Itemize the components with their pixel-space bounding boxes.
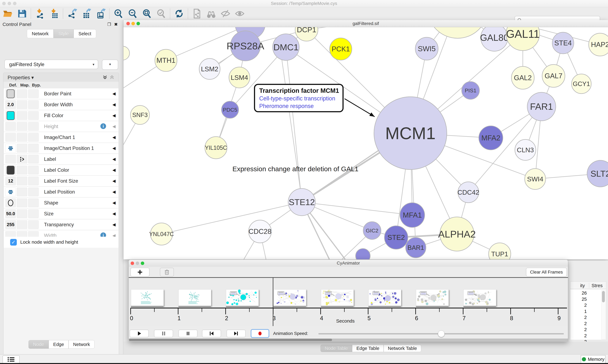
mapping-cell[interactable]	[17, 220, 27, 229]
table-scrollbar-thumb[interactable]	[602, 291, 605, 302]
default-value-cell[interactable]: 2.0	[5, 100, 16, 109]
import-network-icon[interactable]	[34, 8, 45, 19]
default-value-cell[interactable]	[5, 188, 16, 196]
export-image-icon[interactable]	[95, 8, 106, 19]
maximize-window-icon[interactable]	[137, 22, 140, 25]
lock-size-checkbox[interactable]: ✓	[10, 239, 17, 246]
default-value-cell[interactable]	[5, 144, 16, 153]
mapping-cell[interactable]	[17, 177, 27, 185]
tab-network[interactable]: Network	[27, 29, 54, 38]
default-value-cell[interactable]	[5, 89, 16, 98]
bypass-cell[interactable]	[28, 133, 39, 142]
expand-property-icon[interactable]: ◀	[112, 179, 116, 183]
table-row[interactable]: 2	[571, 315, 587, 320]
property-row-fill-color[interactable]: Fill Color◀	[4, 110, 118, 121]
bypass-cell[interactable]	[28, 144, 39, 153]
annotation-box[interactable]: Transcription factor MCM1 Cell-type-spec…	[254, 84, 344, 112]
bypass-cell[interactable]	[28, 198, 39, 207]
delete-frame-button[interactable]	[160, 268, 174, 277]
expand-property-icon[interactable]: ◀	[112, 157, 116, 162]
record-button[interactable]	[251, 329, 269, 338]
close-window-icon[interactable]	[126, 22, 130, 25]
bypass-cell[interactable]	[28, 100, 39, 109]
play-button[interactable]	[130, 330, 149, 337]
property-row-border-paint[interactable]: Border Paint◀	[4, 88, 118, 99]
cyanimator-titlebar[interactable]: CyAnimator	[129, 260, 568, 267]
maximize-window-icon[interactable]	[141, 261, 144, 265]
close-window-icon[interactable]	[131, 261, 134, 265]
default-value-cell[interactable]	[5, 166, 16, 174]
tab-network-table[interactable]: Network Table	[384, 345, 421, 352]
expand-property-icon[interactable]: ◀	[112, 222, 116, 227]
style-tab-node[interactable]: Node	[28, 340, 49, 349]
frame-thumbnail-4[interactable]	[321, 289, 354, 306]
tab-node-table[interactable]: Node Table	[320, 345, 352, 352]
zoom-fit-icon[interactable]	[141, 8, 152, 19]
node-bigtop[interactable]	[428, 27, 488, 38]
expand-property-icon[interactable]: ◀	[112, 102, 116, 107]
expand-property-icon[interactable]: ◀	[112, 91, 116, 96]
property-row-transparency[interactable]: 255Transparency◀	[4, 219, 118, 230]
maximize-window-icon[interactable]	[13, 2, 16, 5]
bypass-cell[interactable]	[28, 122, 39, 131]
column-centrality[interactable]: ity	[580, 283, 585, 288]
timeline-area[interactable]: 0123456789 Seconds	[129, 278, 568, 326]
expand-property-icon[interactable]: ◀	[112, 113, 116, 118]
timeline-scrollbar[interactable]	[129, 338, 568, 341]
annotation-link-2[interactable]: Pheromone response	[259, 103, 343, 109]
table-row[interactable]: 2	[571, 327, 587, 332]
close-panel-icon[interactable]: ✖	[114, 22, 118, 27]
open-session-icon[interactable]	[2, 8, 13, 19]
bypass-cell[interactable]	[28, 166, 39, 174]
frame-thumbnail-1[interactable]	[179, 289, 211, 306]
expand-property-icon[interactable]: ◀	[112, 189, 116, 194]
expand-property-icon[interactable]: ◀	[112, 211, 116, 216]
frame-thumbnail-6[interactable]	[416, 289, 449, 306]
save-session-icon[interactable]	[16, 8, 28, 19]
tab-select[interactable]: Select	[74, 29, 96, 38]
memory-button[interactable]: Memory	[581, 355, 606, 363]
tab-edge-table[interactable]: Edge Table	[352, 345, 384, 352]
table-row[interactable]: 26	[571, 290, 587, 296]
next-button[interactable]	[227, 330, 246, 337]
style-tab-edge[interactable]: Edge	[49, 340, 69, 349]
expand-property-icon[interactable]: ◀	[112, 146, 116, 151]
mapping-cell[interactable]	[17, 188, 27, 196]
node-smalla[interactable]	[356, 248, 370, 259]
mapping-cell[interactable]	[17, 198, 27, 207]
mapping-cell[interactable]	[17, 209, 27, 218]
mapping-cell[interactable]	[17, 100, 27, 109]
minimize-window-icon[interactable]	[8, 2, 11, 5]
bypass-cell[interactable]	[28, 177, 39, 185]
pause-button[interactable]	[154, 330, 173, 337]
float-panel-icon[interactable]: ❐	[107, 22, 111, 27]
prev-button[interactable]	[202, 330, 221, 337]
expand-all-icon[interactable]	[102, 75, 108, 80]
expand-property-icon[interactable]: ◀	[112, 124, 116, 129]
property-row-label-font-size[interactable]: 12Label Font Size◀	[4, 176, 118, 187]
property-row-image-chart-1[interactable]: Image/Chart 1◀	[4, 132, 118, 143]
speed-slider-thumb[interactable]	[438, 330, 445, 337]
table-row[interactable]: 1	[571, 309, 587, 314]
info-icon[interactable]: i	[100, 123, 106, 129]
mapping-cell[interactable]	[17, 122, 27, 131]
mapping-cell[interactable]	[17, 144, 27, 153]
expand-property-icon[interactable]: ◀	[112, 168, 116, 172]
bypass-cell[interactable]	[28, 209, 39, 218]
mapping-cell[interactable]	[17, 155, 27, 164]
property-row-size[interactable]: 50.0Size◀	[4, 208, 118, 219]
timeline-playhead[interactable]	[273, 278, 273, 326]
stop-button[interactable]	[179, 330, 197, 337]
animation-speed-slider[interactable]	[318, 333, 564, 334]
bypass-cell[interactable]	[28, 155, 39, 164]
bypass-cell[interactable]	[28, 89, 39, 98]
default-value-cell[interactable]	[5, 198, 16, 207]
mapping-cell[interactable]	[17, 111, 27, 120]
timeline-scrollbar-thumb[interactable]	[129, 339, 332, 341]
mapping-cell[interactable]	[17, 133, 27, 142]
property-row-label[interactable]: Label◀	[4, 154, 118, 165]
expand-property-icon[interactable]: ◀	[112, 135, 116, 140]
table-row[interactable]: 2	[571, 303, 587, 308]
add-frame-button[interactable]	[130, 268, 150, 277]
close-window-icon[interactable]	[2, 2, 6, 5]
